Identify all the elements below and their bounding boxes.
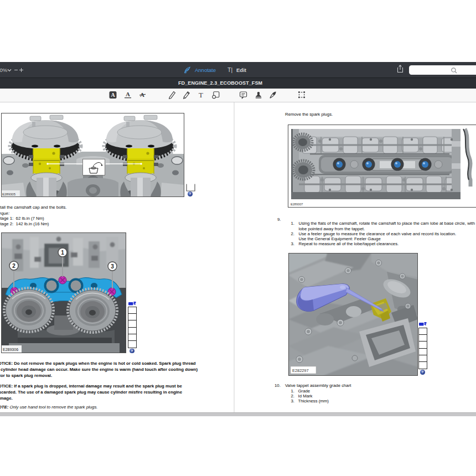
svg-text:E289305: E289305 — [2, 193, 16, 196]
svg-text:E289307: E289307 — [291, 203, 303, 206]
svg-text:A: A — [111, 92, 115, 98]
svg-text:1: 1 — [61, 250, 64, 256]
svg-text:E282297: E282297 — [292, 368, 309, 373]
svg-text:3: 3 — [111, 263, 114, 270]
svg-text:2: 2 — [12, 263, 15, 269]
svg-text:E289306: E289306 — [3, 348, 18, 351]
svg-text:A: A — [126, 91, 130, 97]
svg-text:T: T — [199, 91, 203, 99]
